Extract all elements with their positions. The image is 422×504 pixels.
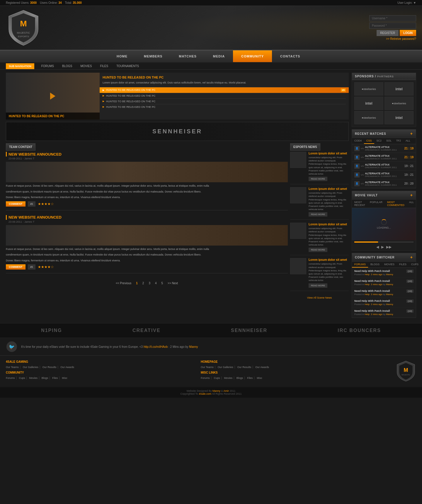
hero-news-item-1[interactable]: ▶ HUNTED TO BE RELEASED ON THE PC 25 bbox=[100, 87, 349, 93]
subnav-item-blogs[interactable]: BLOGS bbox=[58, 63, 76, 69]
copyright-designer2[interactable]: Amir bbox=[223, 389, 229, 392]
footer-sponsor-2[interactable]: CREATIVE bbox=[132, 328, 161, 333]
community-title-5[interactable]: Need Help With Patch Install bbox=[354, 309, 414, 312]
username-input[interactable] bbox=[369, 15, 416, 21]
community-tab-cups[interactable]: CUPS bbox=[409, 262, 421, 268]
pagination-page-3[interactable]: 3 bbox=[147, 281, 152, 285]
match-tab-sc2[interactable]: SC2 bbox=[374, 138, 384, 144]
community-tab-movies[interactable]: MOVIES bbox=[382, 262, 397, 268]
subnav-item-forums[interactable]: FORUMS bbox=[37, 63, 58, 69]
add-movie-icon[interactable]: + bbox=[410, 193, 413, 197]
community-title-3[interactable]: Need Help With Patch Install bbox=[354, 290, 414, 292]
footer-link-awards[interactable]: Our Awards bbox=[60, 366, 74, 369]
article-1-comment-btn[interactable]: COMMENT bbox=[6, 201, 25, 207]
footer-link-movies-2[interactable]: Movies bbox=[224, 377, 232, 379]
community-tab-forums[interactable]: FORUMS bbox=[352, 262, 368, 268]
pagination-page-1[interactable]: 1 bbox=[134, 281, 139, 285]
nav-link-community[interactable]: COMMUNITY bbox=[233, 50, 272, 62]
movie-play-btn[interactable]: ▶ bbox=[381, 245, 384, 249]
footer-link-misc[interactable]: Misc bbox=[62, 377, 67, 379]
nav-link-matches[interactable]: MATCHES bbox=[171, 50, 205, 62]
nav-item-contacts[interactable]: CONTACTS bbox=[272, 50, 308, 62]
match-tab-cod4[interactable]: COD4 bbox=[352, 138, 364, 144]
pagination-next[interactable]: >> Next bbox=[166, 281, 180, 285]
footer-link-blogs-2[interactable]: Blogs bbox=[236, 377, 243, 379]
footer-link-files-2[interactable]: Files bbox=[247, 377, 253, 379]
footer-link-files[interactable]: Files bbox=[52, 377, 58, 379]
footer-sponsor-3[interactable]: SENNHEISER bbox=[231, 328, 267, 333]
movie-tab-commented[interactable]: MOST COMMENTED bbox=[385, 200, 407, 208]
register-button[interactable]: REGISTER bbox=[377, 30, 399, 36]
nav-item-home[interactable]: HOME bbox=[108, 50, 136, 62]
article-2-comment-btn[interactable]: COMMENT bbox=[6, 264, 25, 270]
footer-link-forums[interactable]: Forums bbox=[6, 377, 15, 379]
community-title-2[interactable]: Need Help With Patch Install bbox=[354, 280, 414, 282]
sponsor-5[interactable]: ●steelseries bbox=[354, 111, 383, 124]
pagination-page-2[interactable]: 2 bbox=[141, 281, 146, 285]
footer-link-misc-2[interactable]: Misc bbox=[257, 377, 262, 379]
hero-news-item-2[interactable]: ▶ HUNTED TO BE RELEASED ON THE PC bbox=[103, 93, 346, 98]
add-community-icon[interactable]: + bbox=[410, 255, 413, 260]
match-tab-css[interactable]: CSS bbox=[364, 138, 374, 144]
banner-ad[interactable]: SENNHEISER bbox=[6, 122, 349, 141]
movie-tab-popular[interactable]: POPULAR bbox=[367, 200, 385, 208]
footer-link-our-teams-2[interactable]: Our Teams bbox=[201, 366, 214, 369]
footer-link-movies[interactable]: Movies bbox=[29, 377, 38, 379]
sponsor-2[interactable]: intel bbox=[384, 82, 414, 96]
footer-link-blogs[interactable]: Blogs bbox=[42, 377, 48, 379]
hero-news-item-3[interactable]: ▶ HUNTED TO BE RELEASED ON THE PC bbox=[103, 98, 346, 104]
login-button[interactable]: LOGIN bbox=[400, 30, 416, 36]
sponsor-1[interactable]: ●steelseries bbox=[354, 82, 383, 96]
footer-link-galleries-2[interactable]: Our Galleries bbox=[218, 366, 233, 369]
copyright-designer1[interactable]: Manny bbox=[212, 389, 220, 392]
nav-link-media[interactable]: MEDIA bbox=[205, 50, 233, 62]
footer-sponsor-1[interactable]: N1PING bbox=[41, 328, 62, 333]
nav-link-members[interactable]: MEMBERS bbox=[136, 50, 171, 62]
copyright-company[interactable]: 4Sale.com bbox=[199, 392, 211, 395]
footer-link-our-teams[interactable]: Our Teams bbox=[6, 366, 19, 369]
footer-sponsor-4[interactable]: IRC BOUNCERS bbox=[338, 328, 381, 333]
community-title-4[interactable]: Need Help With Patch Install bbox=[354, 299, 414, 302]
twitter-link[interactable]: http://t.co/miIHAob bbox=[144, 345, 168, 348]
nav-item-members[interactable]: MEMBERS bbox=[136, 50, 171, 62]
movie-tab-recent[interactable]: MOST RECENT bbox=[352, 200, 367, 208]
read-more-2[interactable]: READ MORE bbox=[309, 212, 327, 217]
match-tab-sol[interactable]: SOL bbox=[384, 138, 394, 144]
subnav-item-tournaments[interactable]: TOURNAMENTS bbox=[112, 63, 143, 69]
add-match-icon[interactable]: + bbox=[410, 131, 413, 136]
password-input[interactable] bbox=[369, 23, 416, 29]
view-all-link[interactable]: View All Scene News bbox=[307, 296, 332, 299]
movie-next-btn[interactable]: ▶▶ bbox=[386, 245, 392, 249]
footer-link-awards-2[interactable]: Our Awards bbox=[255, 366, 269, 369]
retrieve-password-link[interactable]: >> Retreive password? bbox=[386, 37, 416, 40]
community-tab-files[interactable]: FILES bbox=[397, 262, 409, 268]
subnav-item-files[interactable]: FILES bbox=[96, 63, 112, 69]
sponsor-6[interactable]: intel bbox=[384, 111, 414, 124]
footer-link-results-2[interactable]: Our Results bbox=[237, 366, 251, 369]
footer-link-forums-2[interactable]: Forums bbox=[201, 377, 210, 379]
nav-link-contacts[interactable]: CONTACTS bbox=[272, 50, 308, 62]
match-tab-tf2[interactable]: TF2 bbox=[394, 138, 403, 144]
footer-link-galleries[interactable]: Our Galleries bbox=[23, 366, 38, 369]
footer-link-cups-2[interactable]: Cups bbox=[214, 377, 220, 379]
match-tab-all[interactable]: ALL bbox=[403, 138, 413, 144]
pagination-page-5[interactable]: 5 bbox=[160, 281, 165, 285]
movie-prev-btn[interactable]: ◀ bbox=[376, 245, 379, 249]
nav-item-community[interactable]: COMMUNITY bbox=[233, 50, 272, 62]
read-more-3[interactable]: READ MORE bbox=[309, 248, 327, 252]
nav-item-media[interactable]: MEDIA bbox=[205, 50, 233, 62]
pagination-prev[interactable]: << Previous bbox=[114, 281, 133, 285]
read-more-4[interactable]: READ MORE bbox=[309, 283, 327, 288]
hero-news-item-4[interactable]: ▶ HUNTED TO BE RELEASED ON THE PC bbox=[103, 104, 346, 110]
pagination-page-4[interactable]: 4 bbox=[153, 281, 159, 285]
community-tab-blogs[interactable]: BLOGS bbox=[368, 262, 382, 268]
sponsor-4[interactable]: ●steelseries bbox=[384, 97, 414, 110]
subnav-item-movies[interactable]: MOVIES bbox=[76, 63, 96, 69]
sponsor-3[interactable]: intel bbox=[354, 97, 383, 110]
footer-link-cups[interactable]: Cups bbox=[19, 377, 25, 379]
read-more-1[interactable]: READ MORE bbox=[309, 177, 327, 181]
community-title-1[interactable]: Need Help With Patch Install bbox=[354, 270, 414, 273]
nav-item-matches[interactable]: MATCHES bbox=[171, 50, 205, 62]
nav-link-home[interactable]: HOME bbox=[108, 50, 136, 62]
footer-link-results[interactable]: Our Results bbox=[42, 366, 57, 369]
